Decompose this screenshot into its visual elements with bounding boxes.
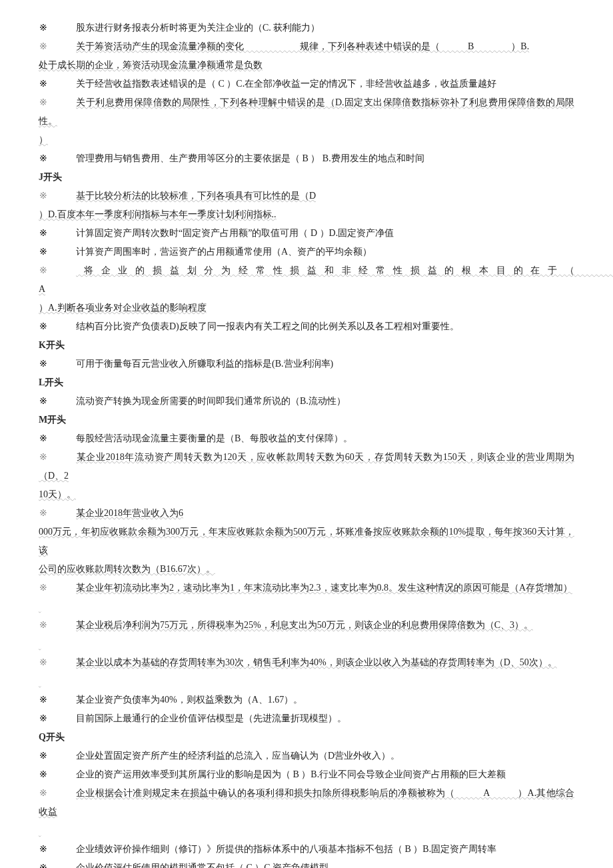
list-item: ※企业价值评估所使用的模型通常不包括（ C ）C.资产负债模型 [39, 859, 574, 868]
bullet-icon: ※ [39, 504, 48, 523]
header-label: J开头 [39, 172, 62, 182]
list-item-continuation: 处于成长期的企业，筹资活动现金流量净额通常是负数 [39, 56, 574, 75]
bullet-icon: ※ [39, 149, 48, 168]
bullet-icon: ※ [39, 784, 48, 803]
list-item: ※每股经营活动现金流量主要衡量的是（B、每股收益的支付保障）。 [39, 429, 574, 448]
bullet-icon: ※ [39, 261, 48, 280]
continuation-text: ）A.判断各项业务对企业收益的影响程度 [39, 303, 207, 313]
list-item: ※计算资产周围率时，营运资产的占用额通常使用（A、资产的平均余额） [39, 243, 574, 261]
item-text: 某企业2018年流动资产周转天数为120天，应收帐款周转天数为60天，存货周转天… [39, 452, 574, 481]
bullet-icon: ※ [39, 243, 48, 261]
list-item: ※可用于衡量每百元营业收入所赚取利益的指标是(B.营业利润率) [39, 355, 574, 373]
item-text: 目前国际上最通行的企业价值评估模型是（先进流量折现模型）。 [76, 713, 346, 723]
item-text: 将企业的损益划分为经常性损益和非经常性损益的根本目的在于（ A [39, 265, 613, 294]
continuation-text: 公司的应收账款周转次数为（B16.67次）。 [39, 564, 215, 574]
bullet-icon: ※ [39, 75, 48, 93]
item-text: 某企业税后净利润为75万元，所得税率为25%，利息支出为50万元，则该企业的利息… [76, 620, 533, 630]
header-label: M开头 [39, 415, 66, 425]
list-item-continuation: 10天）。 [39, 485, 574, 504]
section-header: J开头 [39, 168, 574, 187]
header-label: L开头 [39, 377, 63, 387]
continuation-text: ） [39, 135, 48, 145]
bullet-icon: ※ [39, 93, 48, 112]
list-item: ※企业处置固定资产所产生的经济利益的总流入，应当确认为（D营业外收入）。 [39, 747, 574, 765]
bullet-icon: ※ [39, 224, 48, 243]
section-header: K开头 [39, 336, 574, 355]
bullet-icon: ※ [39, 187, 48, 205]
bullet-icon: ※ [39, 691, 48, 709]
item-text: 企业根据会计准则规定未在损益中确认的各项利得和损失扣除所得税影响后的净额被称为（… [39, 788, 574, 817]
bullet-icon: ※ [39, 429, 48, 448]
list-item: ※企业根据会计准则规定未在损益中确认的各项利得和损失扣除所得税影响后的净额被称为… [39, 784, 574, 821]
item-text: 关于经营收益指数表述错误的是（ C ）C.在全部净收益一定的情况下，非经营收益越… [76, 79, 496, 89]
item-text: 企业处置固定资产所产生的经济利益的总流入，应当确认为（D营业外收入）。 [76, 751, 400, 761]
bullet-icon: ※ [39, 448, 48, 467]
section-header: L开头 [39, 373, 574, 392]
list-item-continuation: 000万元，年初应收账款余额为300万元，年末应收账款余额为500万元，坏账准备… [39, 523, 574, 560]
item-text: 关于筹资活动产生的现金流量净额的变化 规律，下列各种表述中错误的是（ B ）B. [76, 41, 529, 51]
header-label: Q开头 [39, 732, 65, 742]
list-item-continuation [39, 597, 574, 616]
list-item-continuation [39, 635, 574, 653]
bullet-icon: ※ [39, 653, 48, 672]
header-label: K开头 [39, 340, 65, 350]
bullet-icon: ※ [39, 317, 48, 336]
item-text: 可用于衡量每百元营业收入所赚取利益的指标是(B.营业利润率) [76, 359, 333, 369]
list-item-continuation: ） [39, 131, 574, 149]
item-text: 企业价值评估所使用的模型通常不包括（ C ）C.资产负债模型 [76, 863, 328, 868]
item-text: 某企业以成本为基础的存货周转率为30次，销售毛利率为40%，则该企业以收入为基础… [76, 657, 557, 667]
list-item: ※关于利息费用保障倍数的局限性，下列各种理解中错误的是（D.固定支出保障倍数指标… [39, 93, 574, 131]
list-item-continuation: ）D.百度本年一季度利润指标与本年一季度计划利润指标.. [39, 205, 574, 224]
continuation-text [39, 601, 41, 611]
list-item: ※某企业2018年流动资产周转天数为120天，应收帐款周转天数为60天，存货周转… [39, 448, 574, 485]
bullet-icon: ※ [39, 840, 48, 859]
continuation-text [39, 639, 41, 649]
bullet-icon: ※ [39, 579, 48, 597]
list-item: ※关于经营收益指数表述错误的是（ C ）C.在全部净收益一定的情况下，非经营收益… [39, 75, 574, 93]
list-item: ※基于比较分析法的比较标准，下列各项具有可比性的是（D [39, 187, 574, 205]
item-text: 计算资产周围率时，营运资产的占用额通常使用（A、资产的平均余额） [76, 247, 372, 257]
list-item-continuation [39, 672, 574, 691]
list-item-continuation [39, 821, 574, 840]
bullet-icon: ※ [39, 19, 48, 37]
list-item: ※某企业税后净利润为75万元，所得税率为25%，利息支出为50万元，则该企业的利… [39, 616, 574, 635]
continuation-text: 000万元，年初应收账款余额为300万元，年末应收账款余额为500万元，坏账准备… [39, 527, 574, 555]
list-item: ※企业的资产运用效率受到其所属行业的影响是因为（ B ）B.行业不同会导致企业间… [39, 765, 574, 784]
continuation-text: 处于成长期的企业，筹资活动现金流量净额通常是负数 [39, 60, 263, 70]
list-item: ※结构百分比资产负债表D)反映了同一报表内有关工程之间的比例关系以及各工程相对重… [39, 317, 574, 336]
item-text: 某企业2018年营业收入为6 [76, 508, 183, 518]
list-item: ※某企业年初流动比率为2，速动比率为1，年末流动比率为2.3，速支比率为0.8。… [39, 579, 574, 597]
item-text: 企业的资产运用效率受到其所属行业的影响是因为（ B ）B.行业不同会导致企业间资… [76, 769, 506, 779]
bullet-icon: ※ [39, 355, 48, 373]
continuation-text [39, 825, 41, 835]
list-item: ※将企业的损益划分为经常性损益和非经常性损益的根本目的在于（ A [39, 261, 574, 299]
list-item-continuation: ）A.判断各项业务对企业收益的影响程度 [39, 299, 574, 317]
section-header: Q开头 [39, 728, 574, 747]
bullet-icon: ※ [39, 859, 48, 868]
list-item-continuation: 公司的应收账款周转次数为（B16.67次）。 [39, 560, 574, 579]
list-item: ※管理费用与销售费用、生产费用等区分的主要依据是（ B ） B.费用发生的地点和… [39, 149, 574, 168]
item-text: 某企业年初流动比率为2，速动比率为1，年末流动比率为2.3，速支比率为0.8。发… [76, 583, 572, 593]
list-item: ※企业绩效评价操作细则（修订）》所提供的指标体系中的八项基本指标不包括（ B ）… [39, 840, 574, 859]
item-text: 某企业资产负债率为40%，则权益乘数为（A、1.67）。 [76, 695, 303, 705]
list-item: ※流动资产转换为现金所需要的时间即我们通常所说的（B.流动性） [39, 392, 574, 411]
item-text: 结构百分比资产负债表D)反映了同一报表内有关工程之间的比例关系以及各工程相对重要… [76, 321, 459, 331]
list-item: ※计算固定资产周转次数时“固定资产占用额”的取值可用（ D ）D.固定资产净值 [39, 224, 574, 243]
list-item: ※股东进行财务报表分析时将更为关注企业的（C. 获利能力） [39, 19, 574, 37]
item-text: 基于比较分析法的比较标准，下列各项具有可比性的是（D [76, 191, 316, 201]
item-text: 股东进行财务报表分析时将更为关注企业的（C. 获利能力） [76, 23, 320, 33]
continuation-text [39, 676, 41, 686]
bullet-icon: ※ [39, 709, 48, 728]
list-item: ※某企业以成本为基础的存货周转率为30次，销售毛利率为40%，则该企业以收入为基… [39, 653, 574, 672]
bullet-icon: ※ [39, 616, 48, 635]
item-text: 管理费用与销售费用、生产费用等区分的主要依据是（ B ） B.费用发生的地点和时… [76, 153, 424, 163]
bullet-icon: ※ [39, 765, 48, 784]
continuation-text: 10天）。 [39, 489, 76, 499]
list-item: ※某企业2018年营业收入为6 [39, 504, 574, 523]
list-item: ※目前国际上最通行的企业价值评估模型是（先进流量折现模型）。 [39, 709, 574, 728]
list-item: ※某企业资产负债率为40%，则权益乘数为（A、1.67）。 [39, 691, 574, 709]
item-text: 计算固定资产周转次数时“固定资产占用额”的取值可用（ D ）D.固定资产净值 [76, 228, 394, 238]
bullet-icon: ※ [39, 37, 48, 56]
list-item: ※关于筹资活动产生的现金流量净额的变化 规律，下列各种表述中错误的是（ B ）B… [39, 37, 574, 56]
item-text: 关于利息费用保障倍数的局限性，下列各种理解中错误的是（D.固定支出保障倍数指标弥… [39, 97, 574, 126]
